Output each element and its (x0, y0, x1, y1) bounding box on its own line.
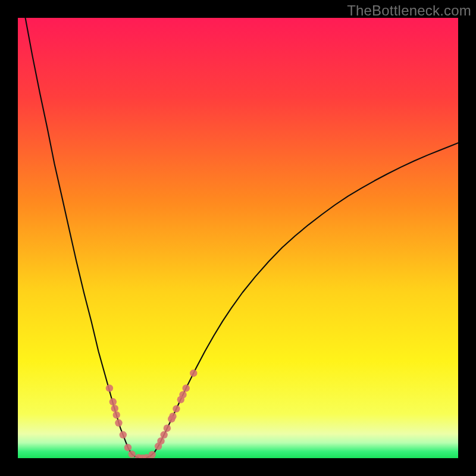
scatter-dot (182, 384, 189, 392)
scatter-dot (169, 413, 176, 420)
scatter-dot (120, 431, 127, 439)
scatter-dot (179, 391, 186, 398)
scatter-dot (124, 444, 131, 451)
scatter-dot (149, 451, 156, 458)
scatter-dot (128, 450, 135, 458)
scatter-dot (115, 419, 122, 427)
scatter-dot (173, 405, 180, 412)
scatter-dot (164, 424, 171, 431)
scatter-dot (160, 431, 167, 439)
chart-stage: TheBottleneck.com (0, 0, 476, 476)
curve-layer (18, 18, 458, 458)
scatter-dot (113, 411, 120, 418)
scatter-dot (109, 398, 117, 405)
watermark-text: TheBottleneck.com (347, 2, 471, 19)
scatter-dot (106, 384, 113, 392)
scatter-points (106, 369, 198, 458)
scatter-dot (190, 369, 197, 377)
plot-area (18, 18, 458, 458)
bottleneck-curve (18, 18, 458, 458)
scatter-dot (111, 405, 118, 412)
